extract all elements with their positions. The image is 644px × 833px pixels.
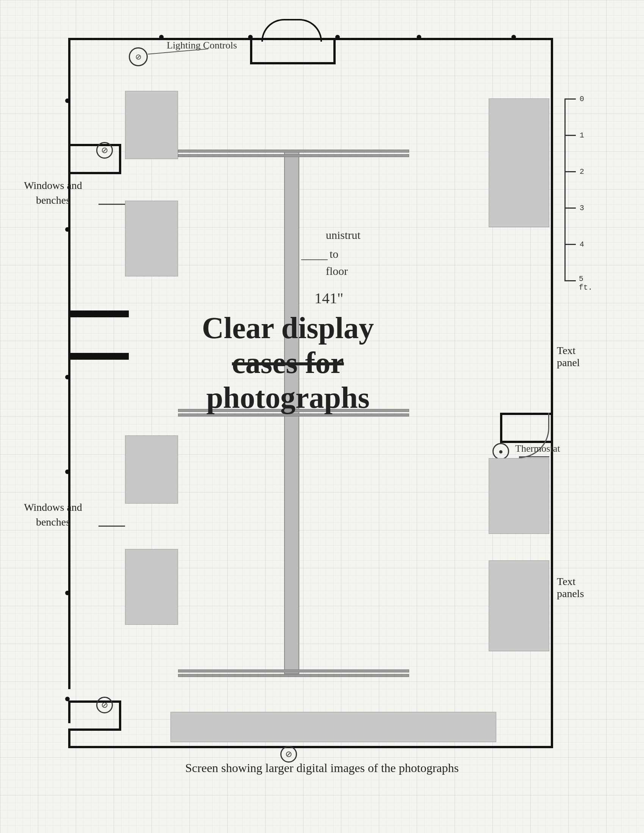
wall-dot-1 xyxy=(159,35,164,39)
windows-benches-lower: Windows and benches xyxy=(8,500,98,529)
unistrut-to: to xyxy=(330,246,338,262)
left-dot-1 xyxy=(65,98,70,103)
wall-left-bl-lower xyxy=(68,728,71,748)
wall-left-top xyxy=(68,38,71,144)
main-title-area: Clear display cases for photographs xyxy=(144,310,432,415)
panel-right-lower-2 xyxy=(489,560,549,651)
label-line-lower xyxy=(98,526,125,527)
scale-tick-3 xyxy=(564,207,576,209)
left-dot-3 xyxy=(65,375,70,380)
ann-line-unistrut xyxy=(301,259,328,260)
scale-tick-4 xyxy=(564,244,576,245)
wall-bl-step-h2 xyxy=(68,728,121,731)
wall-left-t-section xyxy=(68,310,71,360)
wall-top xyxy=(68,38,553,40)
lighting-controls-label: Lighting Controls xyxy=(167,40,237,51)
panel-upper-left-1 xyxy=(125,91,178,159)
wall-right-notch-vert xyxy=(500,413,502,443)
scale-tick-2 xyxy=(564,171,576,172)
caption-text: Screen showing larger digital images of … xyxy=(114,761,530,775)
panel-right-lower-1 xyxy=(489,458,549,534)
wall-dot-3 xyxy=(335,35,340,39)
symbol-slash-lower: ⊘ xyxy=(101,700,108,710)
scale-num-5: 5 ft. xyxy=(579,275,599,292)
thermostat-circle: ● xyxy=(493,443,509,460)
bottom-symbol-inner: ⊘ xyxy=(285,749,292,759)
scale-num-4: 4 xyxy=(580,240,584,249)
unistrut-floor: floor xyxy=(326,263,348,279)
panel-upper-left-2 xyxy=(125,201,178,277)
wall-left-step-h1 xyxy=(68,144,121,146)
scale-tick-1 xyxy=(564,135,576,136)
wall-bottom xyxy=(68,746,553,748)
windows-benches-upper: Windows and benches xyxy=(8,178,98,207)
scale-num-2: 2 xyxy=(580,167,584,176)
wall-right xyxy=(551,38,553,748)
wall-entry-right xyxy=(333,38,336,64)
panel-right-upper xyxy=(489,98,549,227)
lower-left-symbol: ⊘ xyxy=(96,697,113,713)
panel-bottom-screen xyxy=(171,712,496,742)
wall-dot-2 xyxy=(248,35,253,39)
wall-dot-4 xyxy=(417,35,421,39)
thermostat-symbol: ● xyxy=(499,447,503,456)
left-dot-5 xyxy=(65,591,70,595)
left-dot-4 xyxy=(65,470,70,474)
floor-plan: ⊘ Lighting Controls ⊘ Windows and benche… xyxy=(38,15,599,791)
scale-tick-5 xyxy=(564,280,576,281)
bottom-symbol: ⊘ xyxy=(280,746,297,762)
unistrut-label: unistrut xyxy=(326,227,361,243)
wall-bl-step-h1 xyxy=(68,701,121,703)
scale-bar-vert xyxy=(564,98,565,280)
crossbar-top-inner xyxy=(178,154,409,157)
wall-entry-h xyxy=(252,62,336,64)
thermostat-line-h xyxy=(519,456,549,457)
text-panel-label: Text panel xyxy=(557,344,599,369)
scale-num-3: 3 xyxy=(580,204,584,212)
wall-bl-step-v xyxy=(119,701,121,731)
label-line-upper xyxy=(98,204,125,205)
lighting-symbol: ⊘ xyxy=(135,52,142,61)
left-dot-2 xyxy=(65,227,70,232)
wall-left-step-top xyxy=(68,144,71,174)
crossbar-bottom-inner xyxy=(178,674,409,677)
panel-lower-left-1 xyxy=(125,436,178,503)
title-line1: Clear display xyxy=(144,310,432,345)
unistrut-measurement: 141" xyxy=(314,288,343,309)
scale-num-0: 0 xyxy=(580,95,584,103)
lighting-circle: ⊘ xyxy=(129,47,148,66)
upper-left-symbol: ⊘ xyxy=(96,142,113,159)
crossbar-top-outer xyxy=(178,150,409,153)
wall-dot-5 xyxy=(511,35,516,39)
wall-left-step-h2 xyxy=(68,172,121,174)
crossbar-bottom-outer xyxy=(178,669,409,672)
t-protrusion-h xyxy=(68,310,129,317)
thermostat-label: Thermostat xyxy=(515,443,560,454)
title-line2: cases for xyxy=(144,345,432,380)
wall-left-step-v xyxy=(119,144,121,174)
wall-left-bl-upper xyxy=(68,701,71,723)
panel-lower-left-2 xyxy=(125,549,178,625)
text-panels-label: Text panels xyxy=(557,576,599,600)
symbol-slash: ⊘ xyxy=(101,145,108,155)
title-line3: photographs xyxy=(144,380,432,415)
left-dot-6 xyxy=(65,697,70,701)
t-protrusion-h2 xyxy=(68,353,129,360)
scale-tick-0 xyxy=(564,98,576,100)
wall-entry-left xyxy=(250,38,252,64)
scale-num-1: 1 xyxy=(580,131,584,140)
